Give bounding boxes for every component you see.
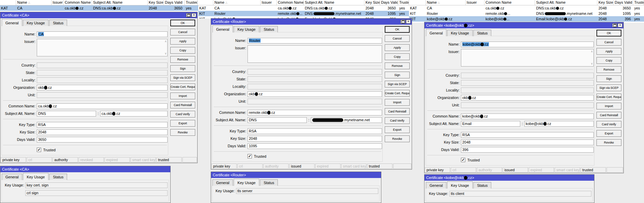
- tab-general[interactable]: General: [212, 179, 233, 186]
- sign-via-scep-button[interactable]: Sign via SCEP: [596, 84, 621, 91]
- tab-status[interactable]: Status: [49, 20, 67, 26]
- state-field[interactable]: [461, 80, 594, 86]
- card-reinstall-button[interactable]: Card Reinstall: [170, 102, 195, 108]
- common-name-field[interactable]: ca.okb.cz: [37, 103, 168, 109]
- create-cert-request-button[interactable]: Create Cert. Request: [170, 83, 195, 90]
- apply-button[interactable]: Apply: [170, 38, 195, 45]
- column-header-subject-alt-name[interactable]: Subject Alt. Name: [535, 0, 597, 5]
- organization-field[interactable]: okb.cz: [37, 85, 168, 91]
- trusted-checkbox[interactable]: ✓: [37, 148, 41, 152]
- column-header-icon[interactable]: [198, 0, 213, 5]
- name-field[interactable]: Router: [247, 38, 382, 44]
- column-header-key-size[interactable]: Key Size: [364, 0, 380, 5]
- scroll-down-icon[interactable]: ∨: [591, 62, 593, 65]
- days-valid-field[interactable]: 396: [461, 147, 594, 153]
- san-value-field[interactable]: ca.okb.cz: [100, 111, 168, 117]
- sign-via-scep-button[interactable]: Sign via SCEP: [385, 81, 410, 87]
- tab-status[interactable]: Status: [473, 30, 491, 36]
- locality-field[interactable]: [37, 77, 168, 83]
- close-icon[interactable]: ✕: [192, 13, 196, 17]
- ok-button[interactable]: OK: [596, 30, 621, 36]
- remove-button[interactable]: Remove: [385, 62, 410, 69]
- column-header-common-name[interactable]: Common Name: [64, 0, 92, 5]
- export-button[interactable]: Export: [596, 130, 621, 137]
- column-header-days-valid[interactable]: Days Valid: [614, 0, 633, 5]
- dialog-titlebar[interactable]: Certificate <CA> ✕: [0, 12, 197, 18]
- tab-key-usage[interactable]: Key Usage: [23, 20, 49, 26]
- key-type-field[interactable]: RSA: [461, 132, 594, 138]
- card-reinstall-button[interactable]: Card Reinstall: [596, 112, 621, 119]
- column-header-trusted[interactable]: Trusted: [398, 0, 409, 5]
- cancel-button[interactable]: Cancel: [170, 29, 195, 35]
- column-header-key-size[interactable]: Key Size: [597, 0, 614, 5]
- san-type-field[interactable]: DNS: [37, 111, 96, 117]
- column-header-subject-alt-name[interactable]: Subject Alt. Name: [92, 0, 148, 5]
- revoke-button[interactable]: Revoke: [385, 135, 410, 142]
- ok-button[interactable]: OK: [170, 20, 195, 26]
- remove-button[interactable]: Remove: [170, 56, 195, 63]
- create-cert-request-button[interactable]: Create Cert. Request: [385, 90, 410, 97]
- column-header-days-valid[interactable]: Days Valid: [380, 0, 398, 5]
- dialog-titlebar[interactable]: Certificate <kobe@okb.cz>: [425, 175, 594, 181]
- dialog-titlebar[interactable]: Certificate <kobe@okb.cz> ✕: [425, 22, 623, 28]
- column-header-icon[interactable]: [0, 0, 16, 5]
- sign-button[interactable]: Sign: [170, 65, 195, 72]
- unit-field[interactable]: [37, 92, 168, 98]
- unit-field[interactable]: [247, 99, 382, 104]
- column-header-trusted[interactable]: Trusted: [185, 0, 198, 5]
- column-header-issuer[interactable]: Issuer: [261, 0, 277, 5]
- create-cert-request-button[interactable]: Create Cert. Request: [596, 94, 621, 100]
- apply-button[interactable]: Apply: [385, 44, 410, 51]
- remove-button[interactable]: Remove: [596, 66, 621, 73]
- dialog-titlebar[interactable]: Certificate <Router> ✕: [211, 19, 412, 25]
- import-button[interactable]: Import: [596, 103, 621, 109]
- days-valid-field[interactable]: 3650: [37, 137, 168, 143]
- column-header-icon[interactable]: [409, 0, 426, 5]
- locality-field[interactable]: [247, 84, 382, 90]
- dialog-titlebar[interactable]: Certificate <CA>: [0, 166, 170, 172]
- organization-field[interactable]: okb.cz: [247, 91, 382, 97]
- column-header-common-name[interactable]: Common Name: [485, 0, 535, 5]
- unit-field[interactable]: [461, 102, 594, 108]
- key-type-field[interactable]: RSA: [37, 122, 168, 128]
- name-field[interactable]: CA: [37, 31, 168, 37]
- maximize-icon[interactable]: [401, 20, 405, 24]
- column-header-subject-alt-name[interactable]: Subject Alt. Name: [304, 0, 364, 5]
- tab-key-usage[interactable]: Key Usage: [234, 179, 259, 186]
- column-header-name[interactable]: Name△: [213, 0, 261, 5]
- organization-field[interactable]: okb.cz: [461, 95, 594, 101]
- trusted-checkbox[interactable]: ✓: [461, 158, 465, 162]
- san-value-field[interactable]: .mynetname.net: [311, 117, 382, 123]
- cancel-button[interactable]: Cancel: [596, 39, 621, 46]
- state-field[interactable]: [247, 76, 382, 82]
- close-icon[interactable]: ✕: [618, 23, 622, 27]
- tab-general[interactable]: General: [426, 182, 446, 188]
- key-type-field[interactable]: RSA: [247, 128, 382, 134]
- column-header-common-name[interactable]: Common Name: [277, 0, 304, 5]
- export-button[interactable]: Export: [170, 120, 195, 127]
- tab-key-usage[interactable]: Key Usage: [447, 30, 473, 36]
- column-header-days-valid[interactable]: Days Valid: [164, 0, 185, 5]
- tab-general[interactable]: General: [212, 25, 233, 32]
- table-row[interactable]: KITRouterremote.okb...DNS:.mynetname.net…: [198, 11, 409, 16]
- common-name-field[interactable]: kobe@okb.cz: [461, 113, 594, 119]
- table-row[interactable]: KATCAca.okb.czDNS:ca.okb.cz20483650yes: [0, 5, 198, 11]
- key-usage-field[interactable]: tls server: [236, 188, 378, 194]
- sign-via-scep-button[interactable]: Sign via SCEP: [170, 74, 195, 81]
- tab-status[interactable]: Status: [473, 182, 491, 188]
- maximize-icon[interactable]: [612, 23, 617, 27]
- issuer-field[interactable]: ∧∨: [461, 49, 594, 67]
- ok-button[interactable]: OK: [385, 26, 410, 33]
- column-header-issuer[interactable]: Issuer: [52, 0, 64, 5]
- table-row[interactable]: KATCAca.okb.czDNS:ca.okb.cz20483650yes: [198, 5, 409, 11]
- key-usage-field[interactable]: tls client: [449, 191, 591, 197]
- table-row[interactable]: KITkobe@okb.czkobe@okb...Email:kobe@okb.…: [409, 16, 644, 22]
- country-field[interactable]: [461, 73, 594, 78]
- scroll-down-icon[interactable]: ∨: [165, 52, 167, 55]
- common-name-field[interactable]: remote.okb.cz: [247, 110, 382, 116]
- tab-general[interactable]: General: [2, 19, 22, 26]
- column-header-trusted[interactable]: Trusted: [633, 0, 644, 5]
- tab-key-usage[interactable]: Key Usage: [447, 181, 473, 188]
- sign-button[interactable]: Sign: [385, 72, 410, 78]
- scroll-up-icon[interactable]: ∧: [591, 50, 593, 53]
